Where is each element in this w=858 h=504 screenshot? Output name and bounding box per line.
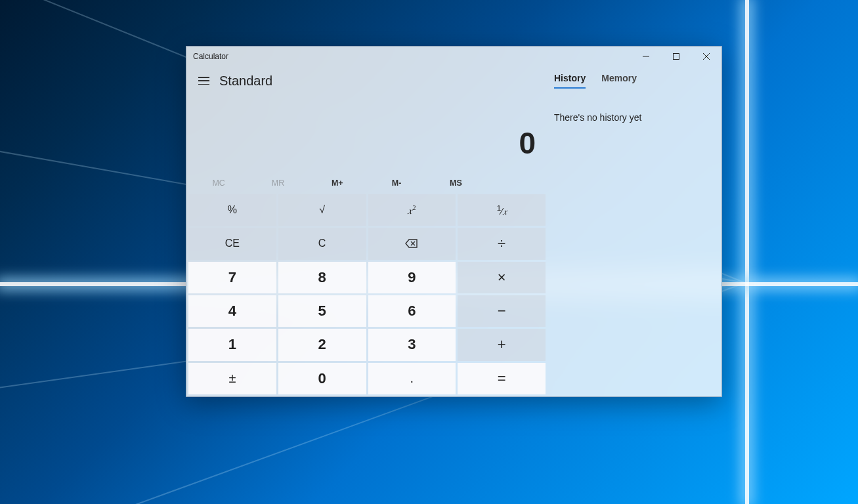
tab-memory[interactable]: Memory (601, 73, 637, 89)
digit-5-button[interactable]: 5 (278, 295, 366, 327)
display-value: 0 (519, 125, 536, 161)
digit-7-button[interactable]: 7 (188, 262, 276, 293)
display: 0 (186, 95, 547, 174)
svg-rect-1 (674, 54, 679, 60)
digit-8-button[interactable]: 8 (278, 262, 366, 293)
history-pane: History Memory There's no history yet (547, 66, 721, 396)
minimize-button[interactable] (631, 47, 661, 66)
reciprocal-label: 1∕𝑥 (497, 203, 507, 217)
clear-button[interactable]: C (278, 228, 366, 259)
digit-0-button[interactable]: 0 (278, 363, 366, 394)
digit-4-button[interactable]: 4 (188, 295, 276, 327)
digit-1-button[interactable]: 1 (188, 329, 276, 360)
maximize-icon (673, 53, 679, 60)
equals-button[interactable]: = (458, 363, 546, 394)
minimize-icon (643, 53, 649, 60)
reciprocal-button[interactable]: 1∕𝑥 (458, 194, 546, 226)
maximize-button[interactable] (661, 47, 691, 66)
tab-history[interactable]: History (554, 73, 586, 89)
subtract-button[interactable]: − (458, 295, 546, 327)
memory-subtract-button[interactable]: M- (367, 174, 426, 192)
divide-button[interactable]: ÷ (458, 228, 546, 259)
percent-button[interactable]: % (188, 194, 276, 226)
backspace-button[interactable] (368, 228, 456, 259)
digit-9-button[interactable]: 9 (368, 262, 456, 293)
history-tabs: History Memory (554, 66, 711, 95)
menu-button[interactable] (190, 68, 217, 94)
sqrt-button[interactable]: √ (278, 194, 366, 226)
memory-clear-button[interactable]: MC (189, 174, 248, 192)
memory-recall-button[interactable]: MR (248, 174, 307, 192)
close-icon (703, 53, 710, 60)
hamburger-icon (198, 77, 209, 85)
clear-entry-button[interactable]: CE (188, 228, 276, 259)
history-empty-text: There's no history yet (554, 112, 711, 123)
close-button[interactable] (691, 47, 721, 66)
square-button[interactable]: 𝑥2 (368, 194, 456, 226)
memory-store-button[interactable]: MS (426, 174, 485, 192)
add-button[interactable]: + (458, 329, 546, 360)
keypad: % √ 𝑥2 1∕𝑥 CE C ÷ 7 8 9 × 4 5 6 − 1 2 (186, 192, 547, 396)
negate-button[interactable]: ± (188, 363, 276, 394)
calculator-window: Calculator Standard 0 MC MR (186, 46, 722, 397)
titlebar[interactable]: Calculator (186, 47, 721, 66)
window-title: Calculator (193, 52, 228, 61)
memory-row: MC MR M+ M- MS (186, 174, 547, 192)
multiply-button[interactable]: × (458, 262, 546, 293)
digit-3-button[interactable]: 3 (368, 329, 456, 360)
digit-2-button[interactable]: 2 (278, 329, 366, 360)
digit-6-button[interactable]: 6 (368, 295, 456, 327)
mode-label: Standard (219, 74, 272, 89)
decimal-button[interactable]: . (368, 363, 456, 394)
square-label: 𝑥2 (408, 204, 416, 217)
calculator-pane: Standard 0 MC MR M+ M- MS % √ 𝑥2 1∕𝑥 CE … (186, 66, 547, 396)
memory-add-button[interactable]: M+ (308, 174, 367, 192)
backspace-icon (405, 238, 418, 249)
